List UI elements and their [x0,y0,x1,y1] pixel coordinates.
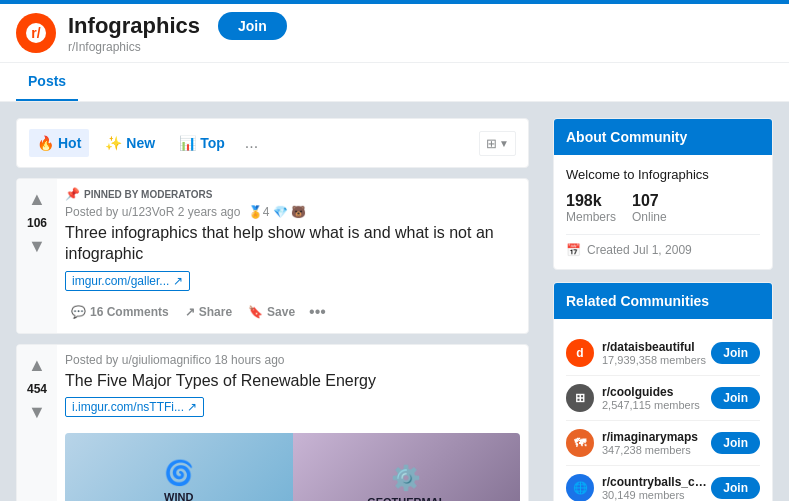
post-link[interactable]: imgur.com/galler... ↗ [65,271,190,291]
subreddit-title: Infographics [68,13,200,39]
chevron-down-icon: ▼ [499,138,509,149]
members-stat: 198k Members [566,192,616,224]
community-join-button[interactable]: Join [711,432,760,454]
community-stats: 198k Members 107 Online [566,192,760,224]
about-community-title: About Community [554,119,772,155]
downvote-button[interactable]: ▼ [26,400,48,425]
members-count: 198k [566,192,616,210]
post-meta: Posted by u/giuliomagnifico 18 hours ago [65,353,520,367]
community-members: 30,149 members [602,489,711,501]
subreddit-name: r/Infographics [68,40,287,54]
community-info: r/coolguides 2,547,115 members [602,385,711,411]
community-join-button[interactable]: Join [711,387,760,409]
community-members: 2,547,115 members [602,399,711,411]
share-button[interactable]: ↗ Share [179,299,238,325]
comment-icon: 💬 [71,305,86,319]
related-communities-body: d r/dataisbeautiful 17,939,358 members J… [554,319,772,501]
online-stat: 107 Online [632,192,667,224]
post-badges: 🏅4 💎 🐻 [248,205,306,219]
upvote-button[interactable]: ▲ [26,353,48,378]
about-community-body: Welcome to Infographics 198k Members 107… [554,155,772,269]
sub-navigation: Posts [0,63,789,102]
calendar-icon: 📅 [566,243,581,257]
header-join-button[interactable]: Join [218,12,287,40]
header: r/ Infographics Join r/Infographics [0,4,789,63]
community-name: r/coolguides [602,385,711,399]
sort-top-button[interactable]: 📊 Top [171,129,233,157]
posts-nav-item[interactable]: Posts [16,63,78,101]
post-vote-section: ▲ 106 ▼ [17,179,57,333]
community-created: 📅 Created Jul 1, 2009 [566,234,760,257]
community-avatar: 🗺 [566,429,594,457]
community-members: 17,939,358 members [602,354,711,366]
community-info: r/imaginarymaps 347,238 members [602,430,711,456]
downvote-button[interactable]: ▼ [26,234,48,259]
post-feed: 🔥 Hot ✨ New 📊 Top ... ⊞ ▼ ▲ 106 ▼ [16,118,529,501]
save-icon: 🔖 [248,305,263,319]
sort-new-button[interactable]: ✨ New [97,129,163,157]
save-button[interactable]: 🔖 Save [242,299,301,325]
community-info: r/dataisbeautiful 17,939,358 members [602,340,711,366]
pin-icon: 📌 [65,187,80,201]
community-name: r/countryballs_comics [602,475,711,489]
community-info: r/countryballs_comics 30,149 members [602,475,711,501]
sort-more-button[interactable]: ... [241,130,262,156]
community-join-button[interactable]: Join [711,477,760,499]
related-communities-title: Related Communities [554,283,772,319]
post-body: 📌 Pinned by Moderators Posted by u/123Vo… [57,179,528,333]
community-name: r/imaginarymaps [602,430,711,444]
wind-icon: 🌀 [164,459,194,487]
community-avatar: d [566,339,594,367]
subreddit-logo: r/ [16,13,56,53]
community-avatar: ⊞ [566,384,594,412]
sort-bar: 🔥 Hot ✨ New 📊 Top ... ⊞ ▼ [16,118,529,168]
post-meta: Posted by u/123VoR 2 years ago 🏅4 💎 🐻 [65,205,520,219]
community-members: 347,238 members [602,444,711,456]
related-communities-card: Related Communities d r/dataisbeautiful … [553,282,773,501]
upvote-button[interactable]: ▲ [26,187,48,212]
members-label: Members [566,210,616,224]
main-content: 🔥 Hot ✨ New 📊 Top ... ⊞ ▼ ▲ 106 ▼ [0,102,789,501]
community-name: r/dataisbeautiful [602,340,711,354]
image-right: ⚙️ GEOTHERMAL The solution to electricit… [293,433,521,501]
pinned-label: 📌 Pinned by Moderators [65,187,520,201]
trophy-icon: 📊 [179,135,196,151]
post-more-button[interactable]: ••• [305,299,330,325]
community-item: d r/dataisbeautiful 17,939,358 members J… [566,331,760,376]
online-label: Online [632,210,667,224]
post-vote-section: ▲ 454 ▼ [17,345,57,501]
comments-button[interactable]: 💬 16 Comments [65,299,175,325]
flame-icon: 🔥 [37,135,54,151]
sidebar: About Community Welcome to Infographics … [553,118,773,501]
post-link[interactable]: i.imgur.com/nsTTFi... ↗ [65,397,204,417]
post-title: The Five Major Types of Renewable Energy [65,371,520,392]
community-welcome-text: Welcome to Infographics [566,167,760,182]
community-avatar: 🌐 [566,474,594,501]
community-item: ⊞ r/coolguides 2,547,115 members Join [566,376,760,421]
image-left-title: WIND [164,491,193,501]
view-icon: ⊞ [486,136,497,151]
post-title: Three infographics that help show what i… [65,223,520,265]
vote-count: 106 [27,216,47,230]
community-item: 🌐 r/countryballs_comics 30,149 members J… [566,466,760,501]
share-icon: ↗ [185,305,195,319]
post-actions: 💬 16 Comments ↗ Share 🔖 Save ••• [65,299,520,325]
header-info: Infographics Join r/Infographics [68,12,287,54]
sort-hot-button[interactable]: 🔥 Hot [29,129,89,157]
community-item: 🗺 r/imaginarymaps 347,238 members Join [566,421,760,466]
post-card: ▲ 454 ▼ Posted by u/giuliomagnifico 18 h… [16,344,529,501]
community-join-button[interactable]: Join [711,342,760,364]
post-card: ▲ 106 ▼ 📌 Pinned by Moderators Posted by… [16,178,529,334]
image-left: 🌀 WIND 8.8% global wind energy capacity … [65,433,293,501]
post-image: 🌀 WIND 8.8% global wind energy capacity … [65,433,520,501]
online-count: 107 [632,192,667,210]
image-right-title: GEOTHERMAL [367,496,445,501]
post-body: Posted by u/giuliomagnifico 18 hours ago… [57,345,528,501]
view-toggle-button[interactable]: ⊞ ▼ [479,131,516,156]
sparkle-icon: ✨ [105,135,122,151]
vote-count: 454 [27,382,47,396]
geothermal-icon: ⚙️ [391,464,421,492]
about-community-card: About Community Welcome to Infographics … [553,118,773,270]
